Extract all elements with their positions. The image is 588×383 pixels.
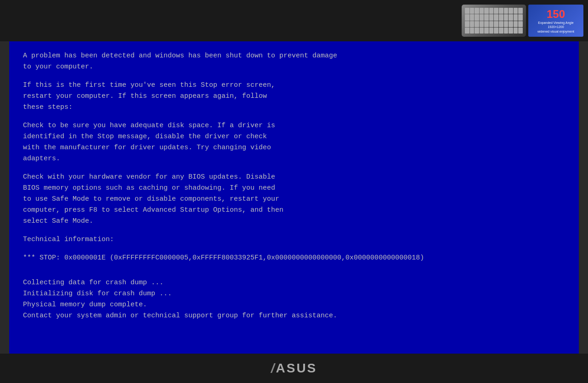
ad-number: 150: [547, 8, 565, 21]
bsod-disk-space: Check to be sure you have adequate disk …: [23, 120, 565, 164]
bottom-bezel: /ASUS: [0, 354, 588, 383]
dump-line4: Contact your system admin or technical s…: [23, 312, 337, 320]
dump-line1: Collecting data for crash dump ...: [23, 279, 164, 287]
ad-banner: 150 Expanded Viewing Angle1920×1200widen…: [528, 5, 583, 37]
ad-text: Expanded Viewing Angle1920×1200widened v…: [537, 21, 574, 33]
bsod-header: A problem has been detected and windows …: [23, 51, 565, 73]
technical-info-label: Technical information:: [23, 234, 565, 245]
stop-code: *** STOP: 0x0000001E (0xFFFFFFFFC0000005…: [23, 253, 565, 264]
bsod-bios: Check with your hardware vendor for any …: [23, 172, 565, 227]
asus-logo: /ASUS: [271, 361, 317, 376]
advertisement-area: 150 Expanded Viewing Angle1920×1200widen…: [462, 5, 583, 37]
laptop-frame: 150 Expanded Viewing Angle1920×1200widen…: [0, 0, 588, 383]
top-bezel: 150 Expanded Viewing Angle1920×1200widen…: [0, 0, 588, 41]
dump-info: Collecting data for crash dump ... Initi…: [23, 277, 565, 321]
bsod-first-time: If this is the first time you've seen th…: [23, 80, 565, 113]
keyboard-image: [462, 5, 526, 37]
dump-line2: Initializing disk for crash dump ...: [23, 290, 172, 298]
dump-line3: Physical memory dump complete.: [23, 301, 147, 309]
bsod-content: A problem has been detected and windows …: [23, 51, 565, 321]
bsod-screen: A problem has been detected and windows …: [9, 41, 579, 354]
